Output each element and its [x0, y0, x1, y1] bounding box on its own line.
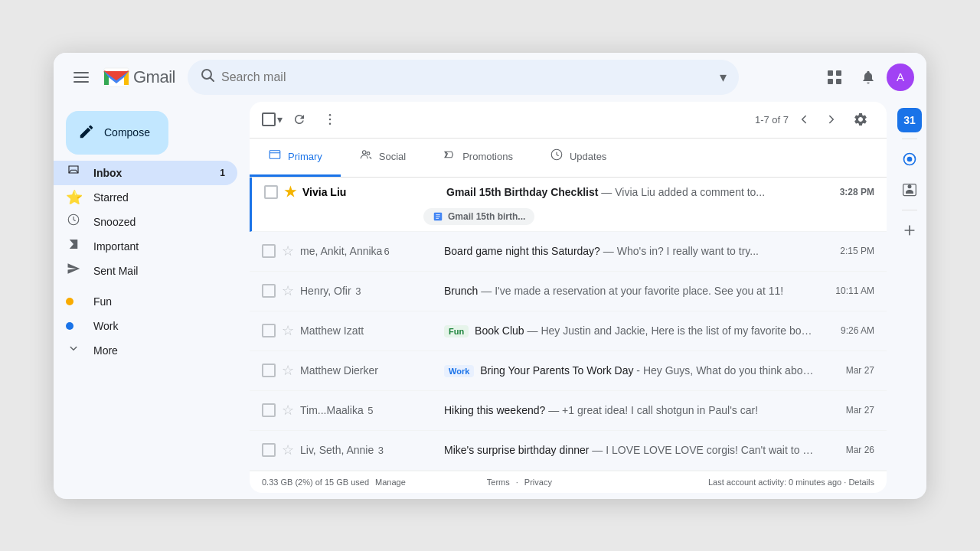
sidebar-item-more[interactable]: More [54, 338, 237, 363]
avatar[interactable]: A [887, 64, 914, 91]
search-bar[interactable]: ▾ [188, 60, 739, 95]
svg-point-12 [329, 123, 332, 126]
svg-rect-2 [74, 81, 89, 83]
email-checkbox[interactable] [262, 324, 276, 337]
sidebar-item-inbox[interactable]: Inbox 1 [54, 161, 237, 185]
email-row[interactable]: ★ Vivia Liu Gmail 15th Birthday Checklis… [250, 178, 887, 232]
tab-primary[interactable]: Primary [250, 139, 341, 177]
svg-rect-13 [270, 150, 280, 158]
add-panel-button[interactable] [896, 217, 923, 244]
notification-icon[interactable] [853, 62, 884, 93]
email-time: Mar 26 [828, 445, 874, 455]
svg-point-11 [329, 119, 332, 121]
sidebar-item-snoozed[interactable]: Snoozed [54, 210, 237, 234]
terms-link[interactable]: Terms [487, 478, 510, 487]
updates-tab-label: Updates [570, 151, 606, 162]
menu-icon[interactable] [66, 62, 96, 93]
email-row[interactable]: ☆ Matthew Dierker Work Bring Your Parent… [250, 351, 887, 391]
svg-point-15 [367, 152, 370, 155]
compose-button[interactable]: Compose [66, 111, 168, 155]
search-dropdown-icon[interactable]: ▾ [720, 69, 727, 86]
updates-tab-icon [550, 148, 564, 165]
svg-rect-0 [74, 72, 89, 73]
star-button[interactable]: ☆ [282, 362, 294, 379]
settings-button[interactable] [847, 106, 874, 133]
fun-label: Fun [93, 295, 225, 308]
select-dropdown-icon[interactable]: ▾ [277, 113, 283, 126]
star-button[interactable]: ☆ [282, 243, 294, 259]
promotions-tab-icon [443, 148, 456, 165]
email-checkbox[interactable] [262, 364, 276, 377]
privacy-link[interactable]: Privacy [524, 478, 552, 487]
fun-tag: Fun [444, 325, 469, 337]
email-row[interactable]: ☆ Tim...Maalika 5 Hiking this weekend? —… [250, 391, 887, 431]
email-time: 2:15 PM [828, 246, 874, 256]
email-time: 9:26 AM [828, 325, 874, 336]
manage-link[interactable]: Manage [375, 478, 406, 487]
social-tab-icon [359, 148, 373, 165]
email-subject-preview: Mike's surprise birthday dinner — I LOVE… [444, 444, 816, 456]
main: Compose Inbox 1 ⭐ Starred [54, 102, 926, 499]
sidebar-item-work[interactable]: Work [54, 314, 237, 338]
star-button[interactable]: ☆ [282, 322, 294, 339]
refresh-button[interactable] [286, 106, 313, 133]
tab-updates[interactable]: Updates [531, 139, 625, 177]
star-icon: ⭐ [66, 189, 81, 206]
fun-dot-icon [66, 298, 81, 305]
email-checkbox[interactable] [264, 185, 278, 199]
details-link[interactable]: Details [848, 478, 874, 487]
email-sender: Liv, Seth, Annie 3 [300, 444, 438, 456]
chevron-down-icon [66, 341, 81, 359]
prev-page-button[interactable] [792, 107, 816, 132]
email-row[interactable]: ☆ me, Ankit, Annika6 Board game night th… [250, 232, 887, 272]
email-checkbox[interactable] [262, 403, 276, 417]
email-checkbox[interactable] [262, 244, 276, 258]
attachment-chip: Gmail 15th birth... [423, 208, 534, 225]
email-time: Mar 27 [828, 365, 874, 376]
last-activity-text: Last account activity: 0 minutes ago [708, 478, 841, 487]
select-all-checkbox[interactable]: ▾ [262, 112, 283, 126]
svg-rect-1 [74, 77, 89, 78]
email-row[interactable]: ☆ Henry, Ofir 3 Brunch — I've made a res… [250, 272, 887, 311]
sidebar-item-important[interactable]: Important [54, 234, 237, 259]
svg-rect-5 [828, 70, 833, 76]
email-checkbox[interactable] [262, 443, 276, 457]
email-list: ★ Vivia Liu Gmail 15th Birthday Checklis… [250, 178, 887, 471]
email-subject-preview: Board game night this Saturday? — Who's … [444, 245, 816, 257]
tab-promotions[interactable]: Promotions [424, 139, 531, 177]
svg-rect-7 [828, 79, 833, 84]
svg-line-4 [210, 78, 214, 82]
checkbox-square[interactable] [262, 112, 276, 126]
inbox-badge: 1 [220, 168, 225, 178]
content-area: ▾ 1-7 of 7 [250, 102, 887, 493]
panel-divider [902, 139, 917, 139]
calendar-icon[interactable]: 31 [897, 108, 922, 132]
tasks-icon[interactable] [896, 145, 923, 173]
star-button[interactable]: ☆ [282, 442, 294, 458]
snoozed-icon [66, 213, 81, 230]
svg-point-14 [362, 150, 366, 154]
sidebar-item-sent[interactable]: Sent Mail [54, 259, 237, 283]
apps-icon[interactable] [819, 62, 850, 93]
attachment-name: Gmail 15th birth... [448, 211, 525, 222]
email-row[interactable]: ☆ Matthew Izatt Fun Book Club — Hey Just… [250, 311, 887, 351]
important-icon [66, 237, 81, 255]
more-options-button[interactable] [316, 106, 344, 133]
email-checkbox[interactable] [262, 284, 276, 298]
star-button[interactable]: ☆ [282, 402, 294, 419]
search-input[interactable] [221, 70, 714, 84]
star-button[interactable]: ★ [284, 184, 296, 201]
more-label: More [93, 344, 225, 357]
email-row[interactable]: ☆ Liv, Seth, Annie 3 Mike's surprise bir… [250, 431, 887, 471]
contacts-icon[interactable] [896, 176, 923, 204]
sidebar-item-starred[interactable]: ⭐ Starred [54, 185, 237, 210]
email-sender: Matthew Dierker [300, 364, 438, 377]
sidebar-item-fun[interactable]: Fun [54, 289, 237, 314]
svg-rect-8 [836, 79, 841, 84]
email-sender: me, Ankit, Annika6 [300, 245, 438, 257]
primary-tab-label: Primary [288, 151, 322, 162]
tab-social[interactable]: Social [341, 139, 424, 177]
next-page-button[interactable] [819, 107, 844, 132]
email-subject-preview: Hiking this weekend? — +1 great idea! I … [444, 404, 816, 416]
star-button[interactable]: ☆ [282, 282, 294, 299]
